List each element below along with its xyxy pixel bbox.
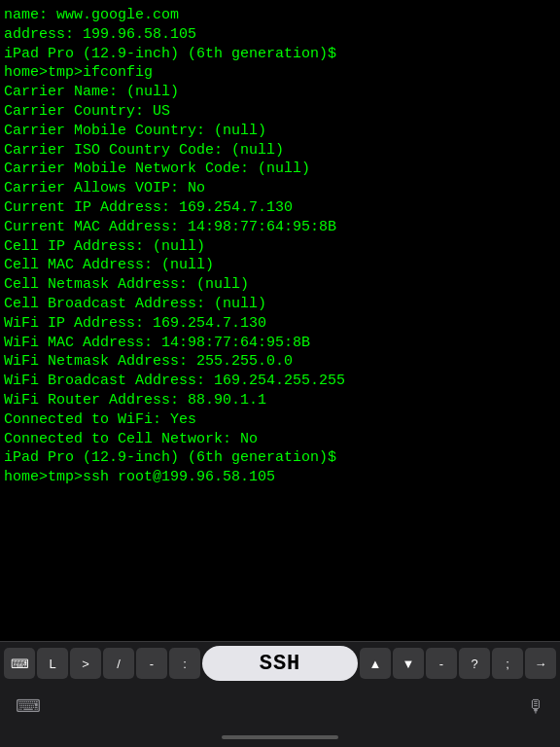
shortcut-keys-right: ▲▼-?;→ [360, 648, 556, 679]
terminal-line: name: www.google.com [4, 6, 556, 25]
keyboard-icon-button[interactable]: ⌨ [8, 692, 49, 721]
shortcut-key-right-4[interactable]: ; [492, 648, 523, 679]
keyboard-icon: ⌨ [16, 695, 41, 717]
shortcut-key-right-2[interactable]: - [426, 648, 457, 679]
shortcut-key-right-0[interactable]: ▲ [360, 648, 391, 679]
shortcut-key-4[interactable]: - [136, 648, 167, 679]
shortcut-key-5[interactable]: : [169, 648, 200, 679]
terminal-line: WiFi IP Address: 169.254.7.130 [4, 314, 556, 334]
terminal-line: Carrier Allows VOIP: No [4, 179, 556, 198]
terminal-line: Connected to Cell Network: No [4, 430, 556, 449]
shortcut-key-3[interactable]: / [103, 648, 134, 679]
microphone-icon-button[interactable]: 🎙 [519, 693, 552, 721]
terminal-line: Cell IP Address: (null) [4, 237, 556, 257]
terminal-line: home>tmp>ifconfig [4, 63, 556, 83]
terminal-line: Carrier Country: US [4, 102, 556, 122]
terminal-line: iPad Pro (12.9-inch) (6th generation)$ [4, 45, 556, 64]
terminal-output: name: www.google.comaddress: 199.96.58.1… [0, 0, 560, 641]
ssh-pill-container: SSH [202, 646, 358, 681]
terminal-line: iPad Pro (12.9-inch) (6th generation)$ [4, 448, 556, 468]
terminal-line: Carrier Mobile Network Code: (null) [4, 160, 556, 179]
shortcut-row: ⌨L>/-: SSH ▲▼-?;→ [0, 642, 560, 685]
terminal-line: Connected to WiFi: Yes [4, 410, 556, 430]
terminal-line: Cell Netmask Address: (null) [4, 275, 556, 295]
microphone-icon: 🎙 [527, 696, 544, 717]
shortcut-key-0[interactable]: ⌨ [4, 648, 35, 679]
terminal-line: WiFi Router Address: 88.90.1.1 [4, 391, 556, 410]
keyboard-bar: ⌨L>/-: SSH ▲▼-?;→ ⌨ 🎙 [0, 641, 560, 728]
home-bar [222, 735, 338, 739]
shortcut-key-right-1[interactable]: ▼ [393, 648, 424, 679]
shortcut-key-1[interactable]: L [37, 648, 68, 679]
terminal-line: home>tmp>ssh root@199.96.58.105 [4, 468, 556, 487]
shortcut-key-right-3[interactable]: ? [459, 648, 490, 679]
terminal-line: WiFi Netmask Address: 255.255.0.0 [4, 352, 556, 372]
terminal-line: Cell Broadcast Address: (null) [4, 295, 556, 314]
terminal-line: address: 199.96.58.105 [4, 25, 556, 45]
bottom-row: ⌨ 🎙 [0, 685, 560, 728]
terminal-line: WiFi Broadcast Address: 169.254.255.255 [4, 372, 556, 391]
terminal-line: Current MAC Address: 14:98:77:64:95:8B [4, 218, 556, 237]
terminal-line: Carrier Mobile Country: (null) [4, 122, 556, 141]
shortcut-key-2[interactable]: > [70, 648, 101, 679]
home-indicator [0, 728, 560, 747]
terminal-line: Carrier Name: (null) [4, 83, 556, 102]
terminal-line: Cell MAC Address: (null) [4, 256, 556, 275]
shortcut-keys-left: ⌨L>/-: [4, 648, 200, 679]
shortcut-key-right-5[interactable]: → [525, 648, 556, 679]
ssh-label[interactable]: SSH [202, 646, 358, 681]
terminal-line: WiFi MAC Address: 14:98:77:64:95:8B [4, 334, 556, 353]
terminal-line: Current IP Address: 169.254.7.130 [4, 198, 556, 218]
terminal-line: Carrier ISO Country Code: (null) [4, 141, 556, 160]
